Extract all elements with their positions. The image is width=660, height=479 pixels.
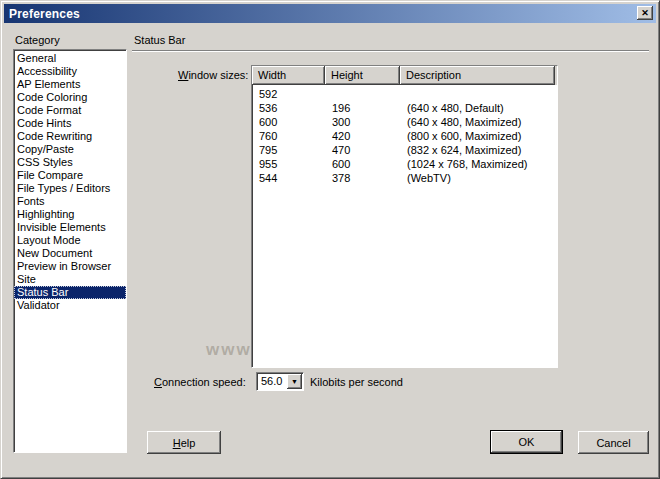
ok-button[interactable]: OK — [490, 430, 563, 454]
column-header-description[interactable]: Description — [400, 66, 555, 85]
sidebar-item-ap-elements[interactable]: AP Elements — [14, 78, 126, 91]
sidebar-item-file-types-editors[interactable]: File Types / Editors — [14, 182, 126, 195]
sidebar-item-invisible-elements[interactable]: Invisible Elements — [14, 221, 126, 234]
connection-speed-unit: Kilobits per second — [310, 376, 403, 388]
category-label: Category — [15, 34, 60, 46]
cancel-button[interactable]: Cancel — [578, 431, 649, 454]
panel-separator — [132, 50, 649, 52]
column-header-height[interactable]: Height — [325, 66, 400, 85]
title-bar[interactable]: Preferences ✕ — [4, 4, 656, 23]
sidebar-item-new-document[interactable]: New Document — [14, 247, 126, 260]
table-row[interactable]: 600300(640 x 480, Maximized) — [252, 115, 557, 129]
table-cell: 196 — [325, 101, 400, 115]
sidebar-item-general[interactable]: General — [14, 52, 126, 65]
table-cell: (800 x 600, Maximized) — [400, 129, 555, 143]
table-cell: 378 — [325, 171, 400, 185]
sidebar-item-code-hints[interactable]: Code Hints — [14, 117, 126, 130]
table-row[interactable]: 592 — [252, 87, 557, 101]
sidebar-item-layout-mode[interactable]: Layout Mode — [14, 234, 126, 247]
sidebar-item-css-styles[interactable]: CSS Styles — [14, 156, 126, 169]
table-row[interactable]: 536196(640 x 480, Default) — [252, 101, 557, 115]
sidebar-item-fonts[interactable]: Fonts — [14, 195, 126, 208]
column-header-width[interactable]: Width — [252, 66, 325, 85]
sidebar-item-status-bar[interactable]: Status Bar — [14, 286, 126, 299]
page-title: Status Bar — [134, 34, 185, 46]
table-header: WidthHeightDescription — [252, 66, 557, 85]
sidebar-item-code-coloring[interactable]: Code Coloring — [14, 91, 126, 104]
table-cell — [325, 87, 400, 101]
table-cell: 955 — [252, 157, 325, 171]
sidebar-item-accessibility[interactable]: Accessibility — [14, 65, 126, 78]
watermark-text: www — [206, 340, 252, 360]
table-cell: 592 — [252, 87, 325, 101]
table-cell: (640 x 480, Maximized) — [400, 115, 555, 129]
table-cell: 420 — [325, 129, 400, 143]
sidebar-item-validator[interactable]: Validator — [14, 299, 126, 312]
preferences-dialog: Preferences ✕ Category Status Bar Genera… — [0, 0, 660, 479]
window-sizes-label: Window sizes: — [178, 69, 248, 81]
table-cell: (640 x 480, Default) — [400, 101, 555, 115]
table-row[interactable]: 955600(1024 x 768, Maximized) — [252, 157, 557, 171]
chevron-down-icon[interactable]: ▼ — [287, 374, 302, 389]
window-title: Preferences — [4, 7, 80, 21]
table-cell: (832 x 624, Maximized) — [400, 143, 555, 157]
table-cell: 470 — [325, 143, 400, 157]
table-cell: 544 — [252, 171, 325, 185]
sidebar-item-copy-paste[interactable]: Copy/Paste — [14, 143, 126, 156]
connection-speed-select[interactable]: 56.0 ▼ — [256, 372, 304, 391]
table-cell: 760 — [252, 129, 325, 143]
table-cell — [400, 87, 555, 101]
sidebar-item-file-compare[interactable]: File Compare — [14, 169, 126, 182]
table-row[interactable]: 795470(832 x 624, Maximized) — [252, 143, 557, 157]
table-cell: (WebTV) — [400, 171, 555, 185]
table-cell: 600 — [325, 157, 400, 171]
connection-speed-value: 56.0 — [261, 375, 282, 387]
connection-speed-label: Connection speed: — [154, 376, 246, 388]
table-body: 592536196(640 x 480, Default)600300(640 … — [252, 85, 557, 185]
table-row[interactable]: 760420(800 x 600, Maximized) — [252, 129, 557, 143]
table-row[interactable]: 544378(WebTV) — [252, 171, 557, 185]
help-button[interactable]: Help — [147, 431, 221, 454]
category-list[interactable]: GeneralAccessibilityAP ElementsCode Colo… — [13, 49, 127, 453]
sidebar-item-code-format[interactable]: Code Format — [14, 104, 126, 117]
window-sizes-table[interactable]: WidthHeightDescription 592536196(640 x 4… — [251, 65, 558, 368]
sidebar-item-site[interactable]: Site — [14, 273, 126, 286]
table-cell: 300 — [325, 115, 400, 129]
close-icon[interactable]: ✕ — [637, 6, 653, 20]
sidebar-item-code-rewriting[interactable]: Code Rewriting — [14, 130, 126, 143]
sidebar-item-highlighting[interactable]: Highlighting — [14, 208, 126, 221]
table-cell: 536 — [252, 101, 325, 115]
table-cell: 600 — [252, 115, 325, 129]
table-cell: (1024 x 768, Maximized) — [400, 157, 555, 171]
sidebar-item-preview-in-browser[interactable]: Preview in Browser — [14, 260, 126, 273]
table-cell: 795 — [252, 143, 325, 157]
